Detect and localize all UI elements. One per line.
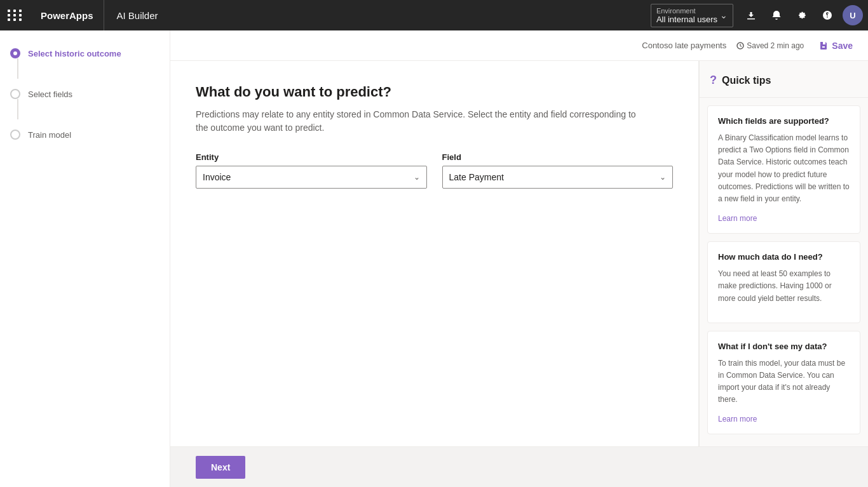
waffle-menu-button[interactable] [0,0,31,30]
tips-panel: ? Quick tips Which fields are supported?… [699,61,868,446]
saved-text: Saved 2 min ago [747,41,804,50]
step-label-2: Select fields [28,89,72,100]
page-description: Predictions may relate to any entity sto… [196,108,641,135]
step-line-2 [17,99,18,119]
main-content: What do you want to predict? Predictions… [170,61,699,446]
step-line-1 [17,58,18,79]
sub-header: Contoso late payments Saved 2 min ago Sa… [170,30,868,61]
aibuilder-label: AI Builder [104,10,651,21]
download-icon [746,10,756,20]
clock-icon [736,42,744,50]
tip-dont-see-data-title: What if I don't see my data? [718,342,850,351]
step-indicator-1 [10,48,20,79]
tip-card-how-much-data: How much data do I need? You need at lea… [707,241,860,323]
powerapps-label: PowerApps [41,10,93,21]
tips-header: ? Quick tips [700,61,868,98]
saved-status: Saved 2 min ago [736,41,804,50]
step-label-1: Select historic outcome [28,48,121,60]
powerapps-brand[interactable]: PowerApps [31,0,104,30]
sidebar-step-select-historic-outcome[interactable]: Select historic outcome [0,43,170,84]
next-button[interactable]: Next [196,456,245,479]
sidebar: Select historic outcome Select fields Tr… [0,30,170,487]
tip-which-fields-learn-more-link[interactable]: Learn more [718,214,757,223]
waffle-icon [8,10,23,21]
page-title: What do you want to predict? [196,84,673,100]
environment-name: All internal users [656,15,717,24]
tip-how-much-data-body: You need at least 50 examples to make pr… [718,268,850,305]
entity-field-group: Entity Invoice ⌄ [196,152,427,189]
step-circle-2 [10,89,20,99]
main-right: Contoso late payments Saved 2 min ago Sa… [170,30,868,487]
tip-which-fields-body: A Binary Classification model learns to … [718,132,850,205]
tip-dont-see-data-learn-more-link[interactable]: Learn more [718,415,757,424]
tip-card-which-fields: Which fields are supported? A Binary Cla… [707,105,860,234]
project-name: Contoso late payments [642,41,726,50]
gear-icon [797,10,807,20]
topbar-right-section: Environment All internal users ⌄ U [651,3,863,28]
entity-label: Entity [196,152,427,162]
environment-info: Environment All internal users [656,7,717,24]
step-circle-3 [10,130,20,140]
environment-selector[interactable]: Environment All internal users ⌄ [651,4,733,27]
save-label: Save [832,41,853,51]
tip-dont-see-data-body: To train this model, your data must be i… [718,357,850,406]
avatar[interactable]: U [843,5,863,25]
environment-chevron-icon: ⌄ [720,10,728,20]
save-icon [819,41,828,50]
field-label: Field [442,152,674,162]
entity-dropdown[interactable]: Invoice ⌄ [196,166,427,189]
entity-chevron-icon: ⌄ [414,173,420,182]
step-circle-1 [10,48,20,58]
main-footer: Next [170,446,868,487]
field-field-group: Field Late Payment ⌄ [442,152,674,189]
environment-label: Environment [656,7,717,15]
field-value: Late Payment [449,172,660,182]
help-icon [822,10,832,20]
download-button[interactable] [738,3,764,28]
step-label-3: Train model [28,130,71,141]
topbar: PowerApps AI Builder Environment All int… [0,0,868,30]
entity-value: Invoice [203,172,414,182]
sidebar-step-train-model[interactable]: Train model [0,124,170,146]
settings-button[interactable] [789,3,815,28]
tip-which-fields-title: Which fields are supported? [718,116,850,126]
step-indicator-3 [10,130,20,140]
tips-title: Quick tips [722,75,771,86]
tip-how-much-data-title: How much data do I need? [718,252,850,262]
field-chevron-icon: ⌄ [660,173,666,182]
bell-icon [771,10,782,20]
notifications-button[interactable] [764,3,789,28]
entity-field-row: Entity Invoice ⌄ Field Late Payment ⌄ [196,152,673,189]
sidebar-step-select-fields[interactable]: Select fields [0,84,170,124]
help-button[interactable] [815,3,840,28]
save-button[interactable]: Save [814,38,858,53]
question-icon: ? [710,74,717,87]
step-indicator-2 [10,89,20,119]
content-area: Select historic outcome Select fields Tr… [0,30,868,487]
field-dropdown[interactable]: Late Payment ⌄ [442,166,674,189]
tip-card-dont-see-data: What if I don't see my data? To train th… [707,331,860,435]
main-body: What do you want to predict? Predictions… [170,61,868,446]
